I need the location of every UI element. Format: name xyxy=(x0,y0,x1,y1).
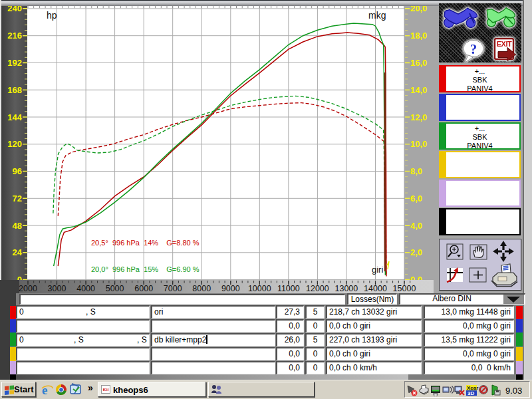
svg-text:15000: 15000 xyxy=(393,284,416,293)
svg-text:144: 144 xyxy=(7,112,22,122)
svg-text:11000: 11000 xyxy=(277,284,300,293)
svg-text:9000: 9000 xyxy=(221,284,240,293)
svg-text:192: 192 xyxy=(7,58,22,68)
svg-text:20,0° 996 hPa 15% G=6.90: 20,0° 996 hPa 15% G=6.90 % xyxy=(91,265,200,273)
svg-text:8000: 8000 xyxy=(192,284,211,293)
svg-text:6,0: 6,0 xyxy=(410,194,422,203)
svg-text:?: ? xyxy=(470,41,477,57)
svg-text:14000: 14000 xyxy=(364,284,387,293)
svg-text:e: e xyxy=(42,383,47,396)
svg-text:EXIT: EXIT xyxy=(497,40,512,48)
svg-text:7000: 7000 xyxy=(164,284,182,293)
svg-text:18,0: 18,0 xyxy=(410,31,427,41)
svg-text:16,0: 16,0 xyxy=(410,58,427,68)
svg-text:2,0: 2,0 xyxy=(410,247,422,257)
svg-text:20,0: 20,0 xyxy=(410,6,427,13)
svg-text:72: 72 xyxy=(13,194,22,203)
svg-text:3D: 3D xyxy=(467,390,474,396)
svg-text:2000: 2000 xyxy=(19,284,37,293)
svg-text:168: 168 xyxy=(7,85,22,95)
svg-text:6000: 6000 xyxy=(134,284,153,293)
svg-text:8,0: 8,0 xyxy=(410,166,422,176)
svg-text:13000: 13000 xyxy=(335,284,358,293)
svg-text:24: 24 xyxy=(13,247,23,257)
svg-text:hp: hp xyxy=(47,10,57,21)
svg-text:5000: 5000 xyxy=(106,284,124,293)
svg-text:mkg: mkg xyxy=(368,10,386,21)
svg-text:240: 240 xyxy=(7,6,22,13)
svg-text:14,0: 14,0 xyxy=(410,85,427,95)
svg-text:216: 216 xyxy=(7,31,22,41)
svg-text:3000: 3000 xyxy=(48,284,66,293)
svg-text:12,0: 12,0 xyxy=(410,112,427,122)
svg-text:10000: 10000 xyxy=(248,284,271,293)
svg-text:20,5° 996 hPa 14% G=8.80: 20,5° 996 hPa 14% G=8.80 % xyxy=(91,239,200,247)
svg-text:96: 96 xyxy=(13,166,22,176)
svg-text:12000: 12000 xyxy=(306,284,329,293)
svg-text:4,0: 4,0 xyxy=(410,221,422,231)
svg-text:120: 120 xyxy=(7,139,22,149)
svg-text:giri: giri xyxy=(372,265,383,275)
svg-text:48: 48 xyxy=(13,221,22,231)
svg-text:10,0: 10,0 xyxy=(410,139,427,149)
svg-text:4000: 4000 xyxy=(76,284,95,293)
